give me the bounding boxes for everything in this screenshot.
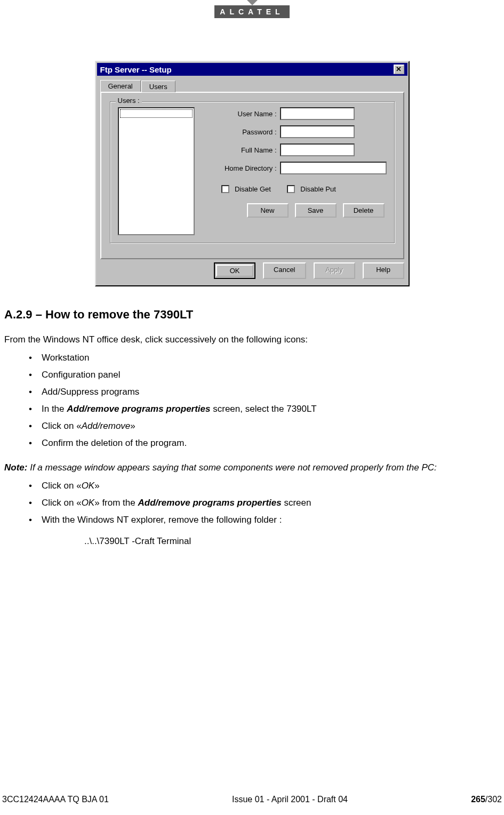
page-number: 265 [471, 795, 485, 804]
disable-get-checkbox[interactable]: Disable Get [221, 184, 271, 194]
text: Click on « [42, 421, 82, 431]
list-item: Configuration panel [29, 370, 500, 380]
header-logo: ALCATEL [0, 0, 504, 18]
tab-panel: Users : User Name : Password : Full Na [100, 92, 404, 259]
disable-put-label: Disable Put [300, 185, 335, 193]
text-italic: Add/remove [82, 421, 131, 431]
list-item: Click on «OK» [29, 481, 500, 491]
text: » [130, 421, 135, 431]
list-item: With the Windows NT explorer, remove the… [29, 515, 500, 525]
help-button[interactable]: Help [363, 262, 404, 279]
disable-put-checkbox[interactable]: Disable Put [287, 184, 336, 194]
user-form: User Name : Password : Full Name : Home … [205, 107, 387, 235]
note-paragraph: Note: If a message window appears saying… [4, 462, 500, 473]
footer-left: 3CC12424AAAA TQ BJA 01 [2, 795, 109, 804]
text: Click on « [42, 481, 82, 491]
text: Click on « [42, 498, 82, 508]
ok-button[interactable]: OK [214, 262, 255, 279]
text: » [94, 481, 99, 491]
label-username: User Name : [205, 110, 280, 118]
apply-button: Apply [314, 262, 355, 279]
list-item: Confirm the deletion of the program. [29, 438, 500, 449]
tab-users[interactable]: Users [141, 81, 175, 92]
delete-button[interactable]: Delete [343, 203, 385, 218]
label-homedir: Home Directory : [205, 164, 280, 172]
footer-center: Issue 01 - April 2001 - Draft 04 [232, 795, 348, 804]
page-footer: 3CC12424AAAA TQ BJA 01 Issue 01 - April … [0, 795, 504, 804]
note-text: If a message window appears saying that … [30, 462, 437, 473]
steps-list: Workstation Configuration panel Add/Supp… [29, 353, 500, 449]
text: screen [282, 498, 311, 508]
password-field[interactable] [280, 125, 355, 138]
intro-paragraph: From the Windows NT office desk, click s… [4, 334, 500, 345]
users-listbox[interactable] [118, 107, 195, 235]
cancel-button[interactable]: Cancel [263, 262, 306, 279]
list-item: Add/Suppress programs [29, 387, 500, 397]
list-item: In the Add/remove programs properties sc… [29, 404, 500, 414]
label-password: Password : [205, 128, 280, 136]
text: In the [42, 404, 67, 414]
text-italic: OK [82, 481, 95, 491]
note-block: Note: If a message window appears saying… [4, 462, 500, 547]
homedir-field[interactable] [280, 162, 387, 174]
document-body: A.2.9 – How to remove the 7390LT From th… [0, 308, 504, 547]
checkbox-icon [221, 185, 229, 193]
text-italic: OK [82, 498, 95, 508]
logo-pointer-icon [247, 0, 258, 5]
dialog-buttons: OK Cancel Apply Help [97, 262, 407, 284]
new-button[interactable]: New [247, 203, 289, 218]
text: » from the [94, 498, 138, 508]
folder-path: ..\..\7390LT -Craft Terminal [84, 536, 500, 547]
page-total: /302 [485, 795, 502, 804]
users-fieldset: Users : User Name : Password : Full Na [110, 101, 395, 243]
label-fullname: Full Name : [205, 146, 280, 154]
close-icon[interactable]: ✕ [394, 65, 404, 74]
tab-general[interactable]: General [100, 80, 141, 92]
ftp-setup-dialog: Ftp Server -- Setup ✕ General Users User… [95, 61, 410, 286]
save-button[interactable]: Save [295, 203, 337, 218]
username-field[interactable] [280, 107, 355, 120]
tab-strip: General Users [97, 76, 407, 92]
text: screen, select the 7390LT [211, 404, 317, 414]
logo-text: ALCATEL [214, 5, 289, 18]
disable-get-label: Disable Get [235, 185, 271, 193]
dialog-title: Ftp Server -- Setup [100, 65, 172, 74]
text-bold: Add/remove programs properties [67, 404, 210, 414]
list-item: Click on «Add/remove» [29, 421, 500, 432]
section-heading: A.2.9 – How to remove the 7390LT [4, 308, 500, 322]
list-item: Click on «OK» from the Add/remove progra… [29, 498, 500, 508]
fieldset-legend: Users : [116, 97, 142, 105]
note-list: Click on «OK» Click on «OK» from the Add… [29, 481, 500, 525]
checkbox-icon [287, 185, 295, 193]
text-bold: Add/remove programs properties [138, 498, 281, 508]
note-lead: Note: [4, 462, 30, 473]
fullname-field[interactable] [280, 143, 355, 156]
list-item: Workstation [29, 353, 500, 363]
listbox-selection [120, 109, 193, 118]
dialog-titlebar: Ftp Server -- Setup ✕ [97, 63, 407, 76]
footer-right: 265/302 [471, 795, 502, 804]
